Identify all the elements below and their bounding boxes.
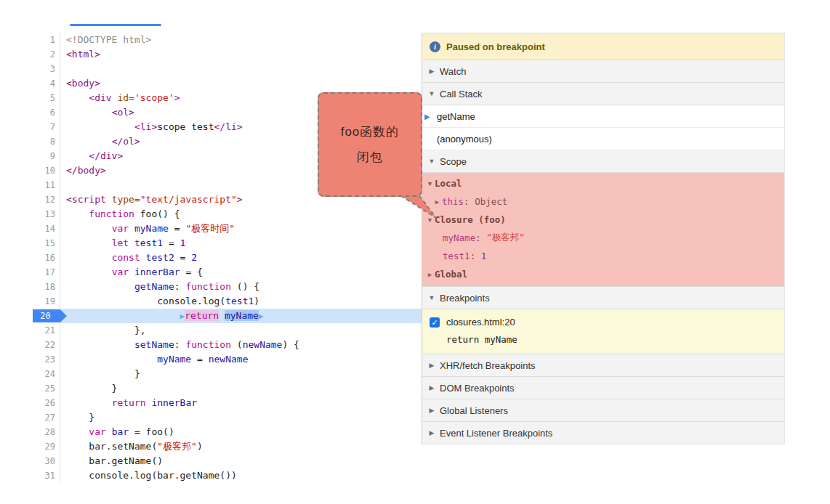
code-token [129, 237, 134, 248]
line-number[interactable]: 3 [33, 62, 60, 76]
breakpoint-marker[interactable]: 20 [33, 309, 67, 322]
code-line: 31 console.log(bar.getName()) [33, 468, 422, 483]
chevron-down-icon: ▼ [428, 90, 435, 97]
code-text: bar.setName("极客邦") [60, 439, 422, 454]
section-header-dom-breakpoints[interactable]: ▶DOM Breakpoints [422, 377, 784, 399]
line-number[interactable]: 24 [33, 367, 60, 381]
code-token: </div> [89, 150, 123, 161]
debugger-sidebar: i Paused on breakpoint ▶ Watch ▼ Call St… [422, 33, 785, 444]
code-line: 14 var myName = "极客时间" [33, 221, 422, 236]
code-token: </li> [214, 121, 243, 132]
code-text: } [60, 381, 422, 396]
code-token [140, 252, 146, 263]
line-number[interactable]: 31 [33, 468, 60, 483]
code-token: } [66, 412, 94, 423]
code-token [66, 121, 134, 132]
breakpoint-entry[interactable]: ✓closures.html:20 [422, 312, 784, 332]
code-token: console.log(bar.getName()) [66, 470, 237, 481]
code-line: 25 } [33, 381, 422, 396]
code-text: getName: function () { [60, 280, 422, 294]
code-token: > [174, 92, 180, 103]
line-number[interactable]: 9 [33, 149, 60, 163]
section-header-watch[interactable]: ▶ Watch [422, 60, 784, 83]
line-number[interactable]: 15 [33, 236, 60, 251]
scope-section-row[interactable]: ▼Local [422, 174, 784, 192]
line-number[interactable]: 25 [33, 381, 60, 396]
scope-variable-row[interactable]: test1: 1 [422, 247, 784, 265]
code-text: console.log(test1) [60, 294, 422, 309]
code-token: 2 [191, 252, 197, 263]
section-header-global-listeners[interactable]: ▶Global Listeners [422, 399, 784, 422]
scope-section-row[interactable]: ▼Closure (foo) [422, 211, 784, 229]
code-line: 26 return innerBar [33, 396, 422, 410]
code-token: <!DOCTYPE html> [66, 34, 151, 45]
code-line: 29 bar.setName("极客邦") [33, 439, 422, 454]
line-number[interactable]: 11 [33, 178, 60, 192]
code-token: getName [134, 281, 174, 292]
chevron-right-icon: ▶ [428, 68, 435, 75]
variable-value: 1 [481, 251, 487, 261]
line-number[interactable]: 6 [33, 105, 60, 120]
code-token [66, 281, 134, 292]
line-number[interactable]: 13 [33, 207, 60, 221]
line-number[interactable]: 30 [33, 454, 60, 468]
active-tab-indicator[interactable] [70, 24, 161, 26]
code-text: myName = newName [60, 352, 422, 367]
breakpoint-snippet: return myName [422, 332, 784, 348]
code-line: 19 console.log(test1) [33, 294, 422, 309]
annotation-callout: foo函数的 闭包 [318, 92, 422, 197]
line-number[interactable]: 22 [33, 338, 60, 352]
code-line: 24 } [33, 367, 422, 381]
breakpoints-list: ✓closures.html:20return myName [422, 309, 784, 354]
line-number[interactable]: 2 [33, 47, 60, 62]
line-number[interactable]: 17 [33, 265, 60, 280]
line-number[interactable]: 4 [33, 76, 60, 91]
line-number[interactable]: 29 [33, 439, 60, 454]
callstack-frame[interactable]: ▶getName [422, 105, 784, 128]
section-label: Event Listener Breakpoints [440, 428, 552, 439]
line-number[interactable]: 21 [33, 323, 60, 338]
line-number[interactable]: 18 [33, 280, 60, 294]
line-number[interactable]: 28 [33, 425, 60, 439]
code-token [66, 339, 134, 350]
line-number[interactable]: 8 [33, 134, 60, 149]
code-text: } [60, 367, 422, 381]
line-number[interactable]: 10 [33, 163, 60, 178]
code-token [66, 150, 89, 161]
line-number[interactable]: 26 [33, 396, 60, 410]
scope-section-row[interactable]: ▶Global [422, 265, 784, 283]
section-header-xhr-fetch-breakpoints[interactable]: ▶XHR/fetch Breakpoints [422, 354, 784, 377]
code-text: console.log(bar.getName()) [60, 468, 422, 483]
chevron-right-icon: ▶ [428, 407, 435, 414]
code-line: 16 const test2 = 2 [33, 251, 422, 265]
breakpoint-checkbox[interactable]: ✓ [430, 317, 440, 328]
line-number[interactable]: 7 [33, 120, 60, 134]
code-token: id= [117, 92, 134, 103]
line-number[interactable]: 27 [33, 410, 60, 425]
line-number[interactable]: 20 [33, 309, 60, 323]
section-header-event-listener-breakpoints[interactable]: ▶Event Listener Breakpoints [422, 422, 784, 444]
code-token: test1 [134, 237, 163, 248]
code-token: function [185, 339, 231, 350]
section-header-scope[interactable]: ▼ Scope [422, 150, 784, 173]
execution-caret-icon: ▶ [259, 312, 264, 321]
line-number[interactable]: 1 [33, 33, 60, 47]
section-header-call-stack[interactable]: ▼ Call Stack [422, 83, 784, 105]
section-header-breakpoints[interactable]: ▼ Breakpoints [422, 287, 784, 309]
callstack-frame[interactable]: (anonymous) [422, 128, 784, 150]
code-token: = [174, 252, 191, 263]
line-number[interactable]: 16 [33, 251, 60, 265]
scope-variable-row[interactable]: ▶this: Object [422, 192, 784, 211]
code-token: } [66, 368, 140, 379]
code-line: 20 ▶return myName▶ [33, 309, 422, 323]
chevron-right-icon: ▶ [425, 271, 435, 278]
line-number[interactable]: 12 [33, 192, 60, 207]
line-number[interactable]: 14 [33, 221, 60, 236]
code-token [66, 223, 112, 234]
line-number[interactable]: 23 [33, 352, 60, 367]
scope-variable-row[interactable]: myName: "极客邦" [422, 229, 784, 247]
code-token [129, 267, 134, 277]
line-number[interactable]: 5 [33, 91, 60, 105]
line-number[interactable]: 19 [33, 294, 60, 309]
code-token [66, 267, 112, 277]
